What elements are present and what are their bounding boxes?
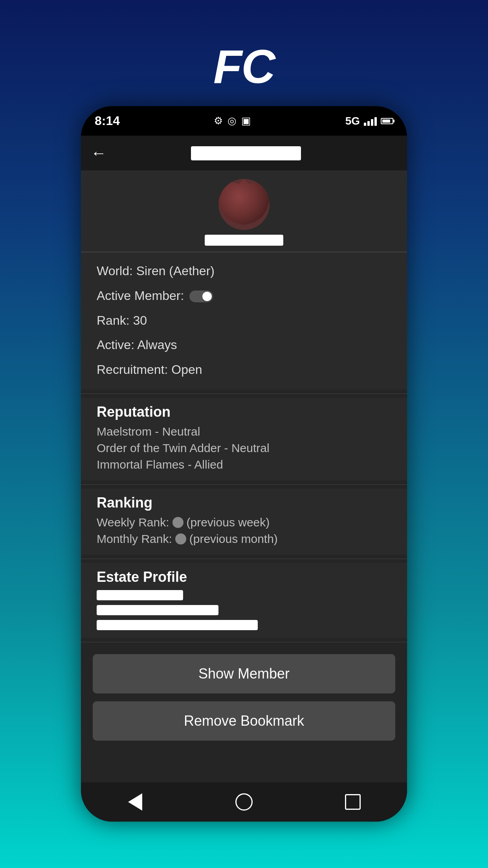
estate-blur-1	[97, 590, 183, 600]
home-circle-icon	[235, 793, 253, 811]
ranking-title: Ranking	[97, 495, 391, 511]
status-time: 8:14	[95, 114, 120, 128]
weekly-rank-dot	[172, 517, 183, 528]
active-member-label: Active Member:	[97, 289, 184, 303]
nav-home-button[interactable]	[232, 790, 256, 814]
status-icons: ⚙ ◎ ▣	[214, 115, 251, 127]
monthly-rank-label: Monthly Rank:	[97, 532, 172, 546]
avatar-separator	[81, 252, 407, 252]
back-triangle-icon	[128, 793, 142, 811]
settings-icon: ⚙	[214, 115, 223, 127]
show-member-button[interactable]: Show Member	[93, 654, 395, 693]
monthly-rank-row: Monthly Rank: (previous month)	[97, 532, 391, 546]
ranking-divider	[81, 559, 407, 559]
info-section: World: Siren (Aether) Active Member: Ran…	[81, 258, 407, 390]
rep-item-1: Order of the Twin Adder - Neutral	[97, 441, 391, 455]
fc-logo: FC	[213, 39, 275, 94]
phone-frame: 8:14 ⚙ ◎ ▣ 5G ←	[81, 106, 407, 822]
weekly-rank-label: Weekly Rank:	[97, 516, 169, 529]
sd-icon: ▣	[241, 115, 251, 127]
battery-icon	[381, 118, 393, 124]
rep-item-0: Maelstrom - Neutral	[97, 425, 391, 438]
weekly-rank-row: Weekly Rank: (previous week)	[97, 516, 391, 529]
avatar-image	[218, 179, 270, 230]
remove-bookmark-button[interactable]: Remove Bookmark	[93, 701, 395, 741]
ranking-section: Ranking Weekly Rank: (previous week) Mon…	[81, 489, 407, 555]
active-member-toggle[interactable]	[189, 291, 213, 302]
reputation-title: Reputation	[97, 404, 391, 420]
nav-recents-button[interactable]	[341, 790, 365, 814]
rep-item-2: Immortal Flames - Allied	[97, 458, 391, 471]
world-row: World: Siren (Aether)	[97, 262, 391, 280]
estate-title: Estate Profile	[97, 569, 391, 585]
reputation-divider	[81, 484, 407, 485]
rank-text: Rank: 30	[97, 313, 147, 327]
buttons-section: Show Member Remove Bookmark	[81, 646, 407, 748]
avatar-container	[218, 179, 270, 230]
status-bar: 8:14 ⚙ ◎ ▣ 5G	[81, 106, 407, 136]
signal-bar-1	[364, 123, 366, 126]
info-divider	[81, 394, 407, 394]
media-icon: ◎	[227, 115, 237, 127]
app-bar-title-container	[114, 146, 397, 160]
avatar-name-blur	[205, 235, 283, 246]
monthly-rank-suffix: (previous month)	[189, 532, 278, 546]
app-bar-title-blur	[191, 146, 301, 160]
status-right: 5G	[345, 115, 393, 127]
active-member-row: Active Member:	[97, 287, 391, 305]
nav-back-button[interactable]	[123, 790, 147, 814]
network-label: 5G	[345, 115, 360, 127]
world-text: World: Siren (Aether)	[97, 264, 215, 278]
bottom-nav	[81, 782, 407, 822]
estate-section: Estate Profile	[81, 563, 407, 638]
weekly-rank-suffix: (previous week)	[187, 516, 270, 529]
recruitment-row: Recruitment: Open	[97, 361, 391, 379]
active-row: Active: Always	[97, 336, 391, 354]
estate-divider	[81, 642, 407, 642]
recruitment-text: Recruitment: Open	[97, 362, 202, 377]
signal-bar-2	[367, 121, 370, 126]
back-button[interactable]: ←	[91, 144, 106, 162]
estate-blur-3	[97, 620, 258, 630]
active-text: Active: Always	[97, 338, 177, 352]
rank-row: Rank: 30	[97, 312, 391, 329]
signal-bar-4	[374, 117, 377, 126]
app-bar: ←	[81, 136, 407, 171]
signal-bars	[364, 116, 377, 126]
avatar-section	[81, 171, 407, 258]
recents-square-icon	[345, 794, 361, 810]
content-area: World: Siren (Aether) Active Member: Ran…	[81, 171, 407, 782]
reputation-section: Reputation Maelstrom - Neutral Order of …	[81, 398, 407, 480]
monthly-rank-dot	[175, 533, 186, 544]
estate-blur-2	[97, 605, 218, 615]
battery-fill	[382, 120, 390, 123]
signal-bar-3	[371, 119, 373, 126]
